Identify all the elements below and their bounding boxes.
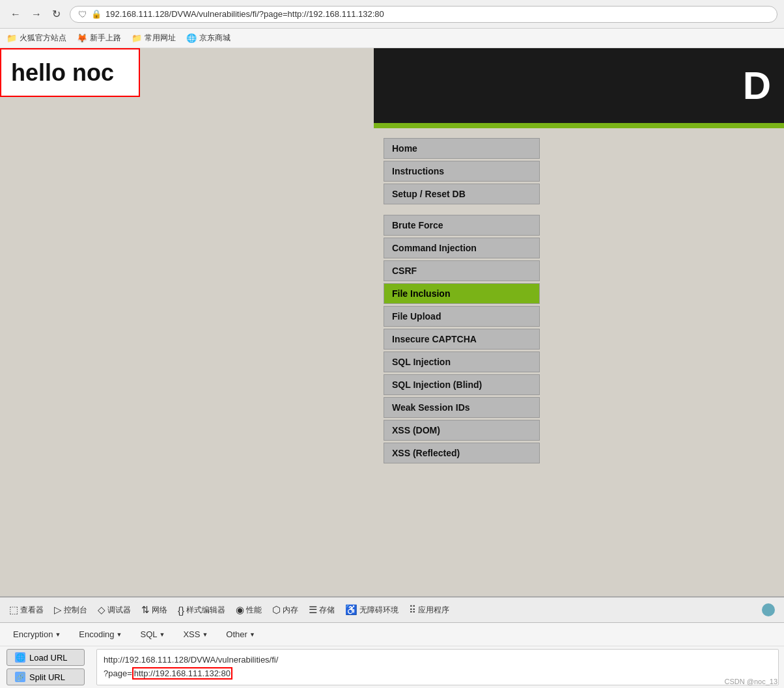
bookmark-jd[interactable]: 🌐 京东商城 [186, 33, 231, 44]
nav-sql-injection-blind[interactable]: SQL Injection (Blind) [384, 374, 540, 395]
devtools-performance[interactable]: ◉ 性能 [231, 602, 267, 618]
network-icon: ⇅ [141, 604, 150, 616]
actions-row: 🌐 Load URL 🔗 Split URL http://192.168.11… [0, 646, 784, 688]
console-icon: ▷ [54, 604, 62, 616]
nav-setup[interactable]: Setup / Reset DB [384, 184, 540, 204]
storage-label: 存储 [319, 605, 335, 616]
memory-icon: ⬡ [272, 604, 281, 616]
bookmark-label: 火狐官方站点 [20, 33, 66, 44]
style-editor-label: 样式编辑器 [186, 605, 225, 616]
filter-xss[interactable]: XSS ▼ [179, 628, 212, 640]
devtools-network[interactable]: ⇅ 网络 [136, 602, 173, 618]
dvwa-green-bar [374, 123, 784, 128]
url-display-box: http://192.168.111.128/DVWA/vulnerabilit… [96, 649, 779, 685]
bookmarks-bar: 📁 火狐官方站点 🦊 新手上路 📁 常用网址 🌐 京东商城 [0, 29, 784, 48]
back-button[interactable]: ← [7, 6, 25, 23]
dvwa-header: D [374, 48, 784, 123]
lock-icon: 🔒 [91, 9, 102, 19]
style-editor-icon: {} [178, 605, 184, 616]
refresh-button[interactable]: ↻ [48, 5, 64, 23]
shield-icon: 🛡 [78, 9, 87, 20]
accessibility-icon: ♿ [345, 604, 357, 616]
inspector-label: 查看器 [20, 605, 44, 616]
nav-xss-dom[interactable]: XSS (DOM) [384, 420, 540, 441]
nav-csrf[interactable]: CSRF [384, 260, 540, 281]
page-content: hello noc D Home Instructions Setup / Re… [0, 48, 784, 596]
filter-xss-arrow: ▼ [202, 631, 208, 638]
nav-group-top: Home Instructions Setup / Reset DB [384, 138, 784, 204]
filter-encryption-arrow: ▼ [55, 631, 61, 638]
devtools-accessibility[interactable]: ♿ 无障碍环境 [340, 602, 404, 618]
url-highlighted: http://192.168.111.132:80 [132, 667, 232, 680]
dvwa-nav: Home Instructions Setup / Reset DB Brute… [374, 128, 784, 463]
application-label: 应用程序 [418, 605, 449, 616]
forward-button[interactable]: → [27, 6, 46, 23]
load-url-button[interactable]: 🌐 Load URL [7, 649, 85, 666]
split-url-icon: 🔗 [15, 672, 25, 682]
filter-encoding-arrow: ▼ [117, 631, 122, 638]
nav-home[interactable]: Home [384, 138, 540, 159]
filter-encoding[interactable]: Encoding ▼ [75, 628, 126, 640]
filter-other[interactable]: Other ▼ [222, 628, 259, 640]
filter-row: Encryption ▼ Encoding ▼ SQL ▼ XSS ▼ Othe… [0, 623, 784, 646]
address-bar[interactable] [105, 9, 769, 19]
nav-insecure-captcha[interactable]: Insecure CAPTCHA [384, 329, 540, 350]
nav-brute-force[interactable]: Brute Force [384, 215, 540, 236]
split-url-label: Split URL [29, 672, 65, 682]
devtools-storage[interactable]: ☰ 存储 [303, 602, 340, 618]
hello-noc-box: hello noc [0, 48, 140, 97]
console-label: 控制台 [64, 605, 87, 616]
nav-command-injection[interactable]: Command Injection [384, 238, 540, 258]
split-url-button[interactable]: 🔗 Split URL [7, 668, 85, 685]
network-label: 网络 [152, 605, 167, 616]
nav-weak-session[interactable]: Weak Session IDs [384, 397, 540, 418]
application-icon: ⠿ [409, 604, 416, 616]
nav-file-inclusion[interactable]: File Inclusion [384, 283, 540, 304]
browser-toolbar: ← → ↻ 🛡 🔒 [0, 0, 784, 29]
storage-icon: ☰ [309, 604, 317, 616]
side-actions: 🌐 Load URL 🔗 Split URL [0, 650, 91, 684]
globe-icon: 🌐 [186, 33, 197, 43]
nav-group-vulnerabilities: Brute Force Command Injection CSRF File … [384, 215, 784, 463]
filter-encoding-label: Encoding [79, 629, 114, 639]
load-url-icon: 🌐 [15, 652, 25, 663]
address-bar-wrap: 🛡 🔒 [70, 6, 777, 23]
hello-text: hello noc [11, 59, 114, 87]
nav-xss-reflected[interactable]: XSS (Reflected) [384, 443, 540, 463]
filter-sql[interactable]: SQL ▼ [136, 628, 169, 640]
devtools-application[interactable]: ⠿ 应用程序 [404, 602, 455, 618]
accessibility-label: 无障碍环境 [359, 605, 399, 616]
bookmark-firefox[interactable]: 📁 火狐官方站点 [7, 33, 66, 44]
nav-instructions[interactable]: Instructions [384, 161, 540, 182]
avatar-circle [762, 603, 775, 616]
nav-buttons: ← → ↻ [7, 5, 64, 23]
bottom-panel: Encryption ▼ Encoding ▼ SQL ▼ XSS ▼ Othe… [0, 622, 784, 688]
filter-sql-arrow: ▼ [160, 631, 165, 638]
content-area: hello noc D Home Instructions Setup / Re… [0, 48, 784, 596]
folder-icon: 📁 [132, 33, 142, 43]
debugger-label: 调试器 [107, 605, 131, 616]
bookmark-label: 新手上路 [90, 33, 121, 44]
devtools-debugger[interactable]: ◇ 调试器 [92, 602, 136, 618]
csdn-watermark: CSDN @noc_13 [725, 678, 777, 685]
dvwa-title: D [743, 63, 771, 108]
devtools-bar: ⬚ 查看器 ▷ 控制台 ◇ 调试器 ⇅ 网络 {} 样式编辑器 ◉ 性能 ⬡ 内… [0, 596, 784, 622]
filter-encryption-label: Encryption [13, 629, 53, 639]
inspector-icon: ⬚ [9, 604, 18, 616]
filter-encryption[interactable]: Encryption ▼ [9, 628, 64, 640]
devtools-memory[interactable]: ⬡ 内存 [267, 602, 303, 618]
filter-other-label: Other [226, 629, 247, 639]
firefox-icon: 🦊 [77, 33, 87, 43]
devtools-console[interactable]: ▷ 控制台 [49, 602, 92, 618]
memory-label: 内存 [283, 605, 298, 616]
load-url-label: Load URL [29, 653, 68, 663]
nav-sql-injection[interactable]: SQL Injection [384, 351, 540, 372]
devtools-extra[interactable] [757, 601, 780, 618]
nav-file-upload[interactable]: File Upload [384, 306, 540, 327]
folder-icon: 📁 [7, 33, 17, 43]
devtools-inspector[interactable]: ⬚ 查看器 [4, 602, 49, 618]
bookmark-newuser[interactable]: 🦊 新手上路 [77, 33, 121, 44]
bookmark-label: 常用网址 [145, 33, 176, 44]
bookmark-common[interactable]: 📁 常用网址 [132, 33, 176, 44]
devtools-style-editor[interactable]: {} 样式编辑器 [173, 603, 231, 618]
